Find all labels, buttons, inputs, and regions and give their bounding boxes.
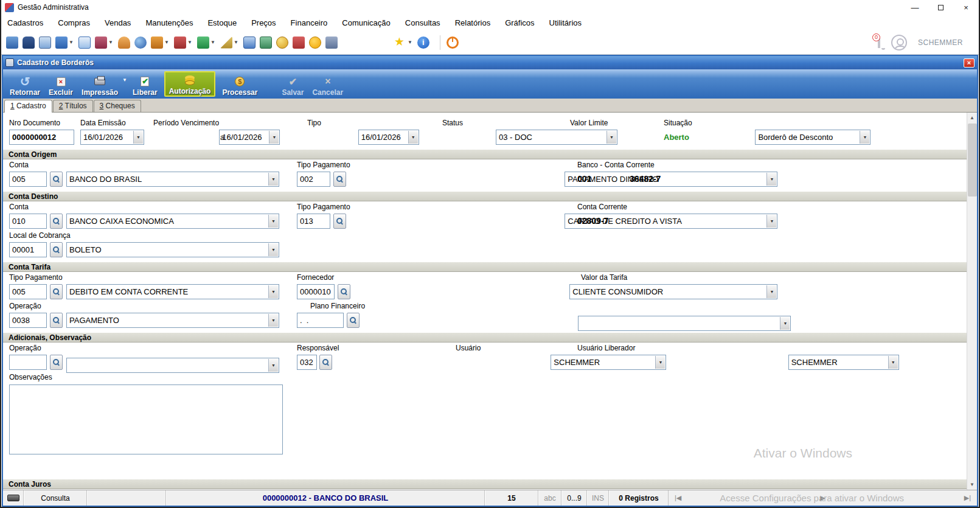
- dropdown-caret-icon[interactable]: [187, 40, 193, 45]
- local-cobranca-code-input[interactable]: [9, 242, 47, 257]
- tarifa-tp-code-input[interactable]: [9, 284, 47, 299]
- adicionais-operacao-search-button[interactable]: [50, 355, 63, 370]
- liberar-button[interactable]: Liberar: [128, 71, 162, 97]
- menu-comunicacao[interactable]: Comunicação: [342, 18, 391, 27]
- tab-cheques[interactable]: 3 Cheques: [94, 100, 141, 112]
- tarifa-operacao-code-input[interactable]: [9, 313, 47, 328]
- power-icon[interactable]: [447, 37, 459, 49]
- destino-conta-search-button[interactable]: [50, 214, 63, 229]
- responsavel-combo[interactable]: SCHEMMER: [551, 355, 666, 370]
- person-icon[interactable]: [118, 37, 130, 49]
- observacoes-textarea[interactable]: [9, 384, 283, 454]
- fornecedor-search-button[interactable]: [338, 284, 350, 299]
- dropdown-caret-icon[interactable]: [408, 40, 414, 45]
- periodo-de-combo[interactable]: 16/01/2026: [219, 130, 280, 145]
- periodo-ate-combo[interactable]: 16/01/2026: [358, 130, 419, 145]
- scroll-down-icon[interactable]: [967, 479, 978, 490]
- dropdown-caret-icon[interactable]: [69, 40, 75, 45]
- menu-vendas[interactable]: Vendas: [105, 18, 131, 27]
- destino-tp-search-button[interactable]: [333, 214, 346, 229]
- cart-icon[interactable]: [151, 37, 163, 49]
- truck-icon[interactable]: [293, 37, 305, 49]
- tarifa-operacao-combo[interactable]: PAGAMENTO: [66, 313, 279, 328]
- origem-conta-combo[interactable]: BANCO DO BRASIL: [66, 172, 279, 187]
- dropdown-caret-icon[interactable]: [234, 40, 240, 45]
- fornecedor-code-input[interactable]: [297, 284, 335, 299]
- usuario-combo[interactable]: SCHEMMER: [788, 355, 899, 370]
- destino-conta-combo[interactable]: BANCO CAIXA ECONOMICA: [66, 214, 279, 229]
- next-record-icon[interactable]: [820, 494, 825, 502]
- impressao-button[interactable]: Impressão: [77, 71, 122, 97]
- menu-compras[interactable]: Compras: [58, 18, 90, 27]
- plano-financeiro-combo[interactable]: [578, 316, 791, 331]
- id-card-icon[interactable]: [39, 37, 51, 49]
- menu-utilitarios[interactable]: Utilitários: [549, 18, 582, 27]
- local-cobranca-combo[interactable]: BOLETO: [66, 242, 279, 257]
- scroll-up-icon[interactable]: [967, 113, 978, 123]
- menu-manutencoes[interactable]: Manutenções: [145, 18, 193, 27]
- package-icon[interactable]: [174, 37, 186, 49]
- table-document-icon[interactable]: [243, 37, 255, 49]
- calculator-icon[interactable]: [260, 37, 272, 49]
- menu-consultas[interactable]: Consultas: [405, 18, 440, 27]
- destino-tp-code-input[interactable]: [297, 214, 330, 229]
- origem-tp-combo[interactable]: PAGAMENTO DINHEIRO: [565, 172, 777, 187]
- minimize-button[interactable]: —: [911, 3, 919, 12]
- menu-precos[interactable]: Preços: [251, 18, 276, 27]
- retornar-button[interactable]: Retornar: [5, 71, 44, 97]
- avatar[interactable]: [891, 35, 907, 50]
- nro-documento-input[interactable]: [9, 130, 74, 145]
- origem-conta-code-input[interactable]: [9, 172, 47, 187]
- favorites-star-icon[interactable]: [394, 37, 406, 49]
- origem-tp-search-button[interactable]: [333, 172, 346, 187]
- info-icon[interactable]: [417, 37, 429, 49]
- money-icon[interactable]: [197, 37, 209, 49]
- dropdown-caret-icon[interactable]: [210, 40, 217, 45]
- tarifa-tp-combo[interactable]: DEBITO EM CONTA CORRENTE: [66, 284, 279, 299]
- last-record-icon[interactable]: [964, 494, 971, 502]
- menu-cadastros[interactable]: Cadastros: [7, 18, 43, 27]
- tab-cadastro[interactable]: 1 Cadastro: [4, 100, 52, 113]
- tipo-combo[interactable]: 03 - DOC: [496, 130, 617, 145]
- maximize-button[interactable]: [936, 3, 945, 12]
- org-chart-icon[interactable]: [55, 37, 68, 49]
- discount-tag-icon[interactable]: [95, 37, 107, 49]
- menu-graficos[interactable]: Gráficos: [505, 18, 534, 27]
- destino-conta-code-input[interactable]: [9, 214, 47, 229]
- document-icon[interactable]: [78, 37, 91, 49]
- dropdown-caret-icon[interactable]: [164, 40, 170, 45]
- clock-icon[interactable]: [309, 37, 321, 49]
- excluir-button[interactable]: Excluir: [44, 71, 77, 97]
- local-cobranca-search-button[interactable]: [50, 242, 63, 257]
- first-record-icon[interactable]: [675, 494, 681, 502]
- responsavel-search-button[interactable]: [319, 355, 332, 370]
- tab-titulos[interactable]: 2 Títulos: [53, 100, 93, 112]
- plano-financeiro-code-input[interactable]: [297, 313, 344, 328]
- menu-estoque[interactable]: Estoque: [207, 18, 237, 27]
- notifications-button[interactable]: 0: [878, 38, 880, 47]
- impressao-dropdown-caret[interactable]: [122, 77, 127, 83]
- building-icon[interactable]: [325, 37, 338, 49]
- menu-financeiro[interactable]: Financeiro: [291, 18, 328, 27]
- fornecedor-combo[interactable]: CLIENTE CONSUMIDOR: [569, 284, 777, 299]
- coin-icon[interactable]: [276, 37, 288, 49]
- menu-relatorios[interactable]: Relatórios: [455, 18, 491, 27]
- data-emissao-combo[interactable]: 16/01/2026: [80, 130, 144, 145]
- adicionais-operacao-combo[interactable]: [66, 358, 279, 373]
- origem-conta-search-button[interactable]: [50, 172, 63, 187]
- globe-icon[interactable]: [134, 37, 147, 49]
- processar-button[interactable]: Processar: [218, 71, 262, 97]
- measure-icon[interactable]: [220, 37, 232, 49]
- dropdown-caret-icon[interactable]: [108, 40, 114, 45]
- borderos-close-button[interactable]: [964, 58, 975, 68]
- responsavel-code-input[interactable]: [297, 355, 317, 370]
- binoculars-icon[interactable]: [23, 37, 35, 49]
- scrollbar-thumb[interactable]: [968, 124, 977, 197]
- origem-tp-code-input[interactable]: [297, 172, 330, 187]
- status-combo[interactable]: Borderô de Desconto: [755, 130, 871, 145]
- vertical-scrollbar[interactable]: [967, 113, 977, 490]
- autorizacao-button[interactable]: Autorização: [164, 71, 216, 97]
- tarifa-operacao-search-button[interactable]: [50, 313, 63, 328]
- adicionais-operacao-code-input[interactable]: [9, 355, 47, 370]
- computer-icon[interactable]: [6, 37, 18, 49]
